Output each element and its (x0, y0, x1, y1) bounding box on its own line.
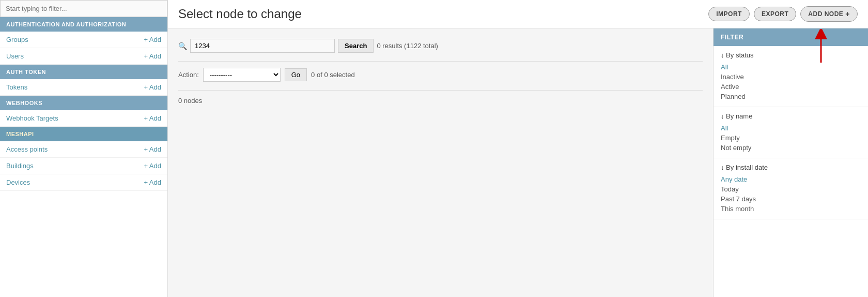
sidebar-link-access-points[interactable]: Access points (6, 145, 48, 153)
sidebar-filter-input[interactable] (0, 0, 167, 17)
sidebar-item-tokens: Tokens + Add (0, 79, 167, 96)
sidebar-link-webhook-targets[interactable]: Webhook Targets (6, 114, 58, 122)
add-node-button[interactable]: ADD NODE + (800, 6, 858, 22)
sidebar-add-tokens[interactable]: + Add (144, 83, 161, 91)
filter-panel: FILTER ↓ By status All Inactive Active P… (713, 28, 868, 297)
filter-by-status-title: ↓ By status (721, 51, 861, 59)
sidebar-link-groups[interactable]: Groups (6, 36, 28, 43)
sidebar-item-buildings: Buildings + Add (0, 158, 167, 174)
import-button[interactable]: IMPORT (708, 7, 750, 21)
page-title: Select node to change (178, 7, 302, 21)
filter-status-active: Active (721, 82, 861, 92)
sidebar-link-tokens[interactable]: Tokens (6, 83, 27, 91)
filter-date-today: Today (721, 184, 861, 194)
sidebar-section-webhooks: WEBHOOKS (0, 96, 167, 110)
filter-by-name-title: ↓ By name (721, 112, 861, 120)
search-bar: 🔍 Search 0 results (1122 total) (178, 39, 703, 53)
sidebar-item-webhook-targets: Webhook Targets + Add (0, 110, 167, 127)
action-label: Action: (178, 71, 199, 79)
divider-search (178, 61, 703, 62)
action-select[interactable]: ---------- (203, 68, 281, 82)
filter-status-inactive: Inactive (721, 72, 861, 82)
sidebar-add-access-points[interactable]: + Add (144, 145, 161, 153)
filter-date-past7: Past 7 days (721, 194, 861, 204)
sidebar-item-access-points: Access points + Add (0, 141, 167, 158)
divider-action (178, 90, 703, 91)
action-bar: Action: ---------- Go 0 of 0 selected (178, 68, 703, 82)
sidebar-add-devices[interactable]: + Add (144, 179, 161, 186)
filter-name-empty: Empty (721, 133, 861, 143)
sidebar-add-buildings[interactable]: + Add (144, 162, 161, 170)
topbar-buttons: IMPORT EXPORT ADD NODE + (708, 6, 858, 22)
filter-section-by-install-date: ↓ By install date Any date Today Past 7 … (714, 158, 868, 219)
main-area: Select node to change IMPORT EXPORT ADD … (168, 0, 868, 297)
filter-status-planned: Planned (721, 92, 861, 101)
sidebar-section-auth-token: AUTH TOKEN (0, 65, 167, 79)
search-button[interactable]: Search (338, 39, 374, 53)
sidebar-item-devices: Devices + Add (0, 174, 167, 191)
content-area: 🔍 Search 0 results (1122 total) Action: … (168, 28, 868, 297)
sidebar-add-webhook-targets[interactable]: + Add (144, 114, 161, 122)
sidebar-item-users: Users + Add (0, 48, 167, 65)
sidebar-link-buildings[interactable]: Buildings (6, 162, 34, 170)
filter-name-all[interactable]: All (721, 123, 861, 133)
nodes-count: 0 nodes (178, 97, 703, 105)
sidebar-item-groups: Groups + Add (0, 32, 167, 48)
filter-header: FILTER (714, 28, 868, 46)
go-button[interactable]: Go (285, 68, 307, 81)
topbar: Select node to change IMPORT EXPORT ADD … (168, 0, 868, 28)
plus-icon: + (845, 10, 850, 18)
search-icon: 🔍 (178, 42, 187, 50)
export-button[interactable]: EXPORT (754, 7, 796, 21)
sidebar-add-users[interactable]: + Add (144, 52, 161, 60)
selected-info: 0 of 0 selected (311, 71, 355, 79)
filter-section-by-name: ↓ By name All Empty Not empty (714, 107, 868, 158)
sidebar-link-devices[interactable]: Devices (6, 179, 30, 186)
sidebar-section-auth: AUTHENTICATION AND AUTHORIZATION (0, 17, 167, 32)
filter-section-by-status: ↓ By status All Inactive Active Planned (714, 46, 868, 107)
filter-name-not-empty: Not empty (721, 143, 861, 153)
search-input[interactable] (190, 39, 335, 53)
search-results-info: 0 results (1122 total) (377, 42, 438, 50)
sidebar-link-users[interactable]: Users (6, 52, 24, 60)
filter-status-all[interactable]: All (721, 62, 861, 72)
filter-date-this-month: This month (721, 204, 861, 214)
main-panel: 🔍 Search 0 results (1122 total) Action: … (168, 28, 713, 297)
sidebar-section-meshapi: MESHAPI (0, 127, 167, 141)
filter-date-any[interactable]: Any date (721, 174, 861, 184)
sidebar-add-groups[interactable]: + Add (144, 36, 161, 43)
filter-by-install-date-title: ↓ By install date (721, 164, 861, 171)
sidebar: AUTHENTICATION AND AUTHORIZATION Groups … (0, 0, 168, 297)
